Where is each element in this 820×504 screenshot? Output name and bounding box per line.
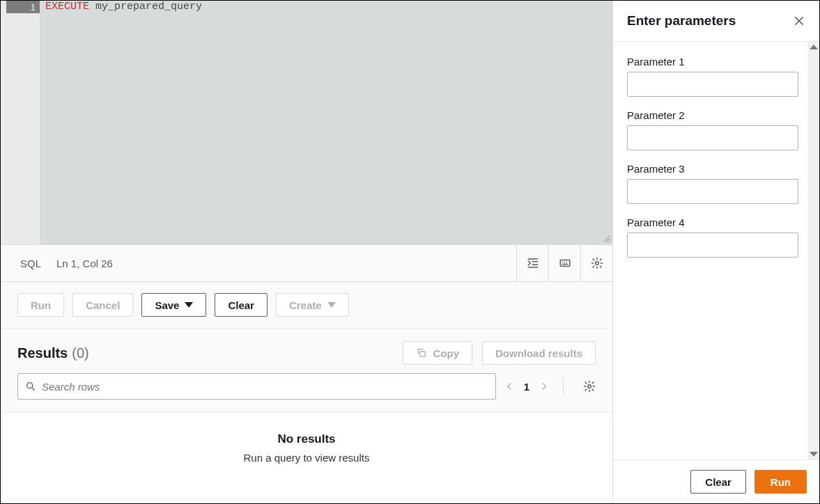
current-page: 1 xyxy=(524,381,529,393)
gear-icon xyxy=(591,257,603,269)
parameters-panel: Enter parameters Parameter 1 Parameter 2… xyxy=(613,1,819,503)
copy-icon xyxy=(416,347,427,359)
panel-footer: Clear Run xyxy=(613,459,819,503)
parameter-label: Parameter 3 xyxy=(627,163,798,175)
svg-point-3 xyxy=(27,383,33,388)
parameter-group: Parameter 4 xyxy=(627,216,798,258)
chevron-down-icon xyxy=(327,302,336,308)
parameter-1-input[interactable] xyxy=(627,72,798,97)
next-page-button[interactable] xyxy=(539,381,549,391)
code-line: EXECUTE my_prepared_query xyxy=(45,1,607,13)
save-button-label: Save xyxy=(155,299,179,311)
sql-keyword: EXECUTE xyxy=(45,1,89,13)
cancel-button[interactable]: Cancel xyxy=(72,293,133,317)
query-editor-pane: 1 EXECUTE my_prepared_query SQL Ln 1, Co… xyxy=(1,1,613,503)
chevron-down-icon xyxy=(185,302,193,308)
cursor-position: Ln 1, Col 26 xyxy=(56,258,113,269)
format-query-button[interactable] xyxy=(516,245,548,281)
panel-body: Parameter 1 Parameter 2 Parameter 3 Para… xyxy=(613,42,819,459)
panel-run-button[interactable]: Run xyxy=(755,470,807,494)
panel-header: Enter parameters xyxy=(613,1,819,42)
editor-settings-button[interactable] xyxy=(580,245,612,281)
create-button[interactable]: Create xyxy=(276,293,349,317)
results-title: Results xyxy=(17,345,68,361)
create-button-label: Create xyxy=(289,299,322,311)
copy-results-button[interactable]: Copy xyxy=(403,341,472,365)
run-button[interactable]: Run xyxy=(17,293,64,317)
panel-title: Enter parameters xyxy=(627,13,736,29)
parameter-4-input[interactable] xyxy=(627,233,798,258)
close-panel-button[interactable] xyxy=(793,15,805,27)
results-header: Results (0) Copy Download results xyxy=(1,329,612,373)
scroll-down-icon xyxy=(810,452,818,457)
parameter-label: Parameter 4 xyxy=(627,216,798,228)
search-rows-box[interactable] xyxy=(17,373,496,400)
editor-language: SQL xyxy=(20,258,41,269)
parameter-3-input[interactable] xyxy=(627,179,798,204)
copy-button-label: Copy xyxy=(433,347,459,359)
empty-title: No results xyxy=(277,432,335,446)
line-number: 1 xyxy=(6,1,40,13)
editor-gutter: 1 xyxy=(1,1,40,244)
scrollbar[interactable] xyxy=(807,42,819,459)
sql-identifier: my_prepared_query xyxy=(89,1,202,13)
parameter-group: Parameter 3 xyxy=(627,163,798,204)
parameter-group: Parameter 1 xyxy=(627,56,798,97)
panel-clear-button[interactable]: Clear xyxy=(690,470,746,494)
empty-subtitle: Run a query to view results xyxy=(244,452,370,464)
scroll-up-icon xyxy=(810,45,818,49)
action-toolbar: Run Cancel Save Clear Create xyxy=(1,282,612,329)
pagination: 1 xyxy=(504,378,596,395)
parameter-group: Parameter 2 xyxy=(627,109,798,150)
svg-point-4 xyxy=(588,385,591,388)
keyboard-shortcuts-button[interactable] xyxy=(548,245,580,281)
prev-page-button[interactable] xyxy=(504,381,514,391)
results-empty-state: No results Run a query to view results xyxy=(1,413,612,503)
svg-rect-2 xyxy=(420,352,425,356)
keyboard-icon xyxy=(559,257,571,269)
results-toolbar: 1 xyxy=(1,373,612,413)
svg-point-1 xyxy=(595,262,598,265)
indent-icon xyxy=(527,257,539,269)
download-results-button[interactable]: Download results xyxy=(482,341,596,365)
search-icon xyxy=(25,381,36,392)
clear-button[interactable]: Clear xyxy=(215,293,268,317)
editor-status-bar: SQL Ln 1, Col 26 xyxy=(1,244,612,282)
search-rows-input[interactable] xyxy=(36,381,488,393)
code-editor[interactable]: 1 EXECUTE my_prepared_query xyxy=(1,1,612,244)
results-settings-button[interactable] xyxy=(583,380,596,393)
parameter-label: Parameter 1 xyxy=(627,56,798,68)
parameter-2-input[interactable] xyxy=(627,125,798,150)
save-button[interactable]: Save xyxy=(141,293,206,317)
parameter-label: Parameter 2 xyxy=(627,109,798,121)
divider xyxy=(563,378,564,395)
svg-rect-0 xyxy=(560,260,570,267)
code-surface[interactable]: EXECUTE my_prepared_query xyxy=(40,1,612,244)
results-count: (0) xyxy=(72,345,88,361)
